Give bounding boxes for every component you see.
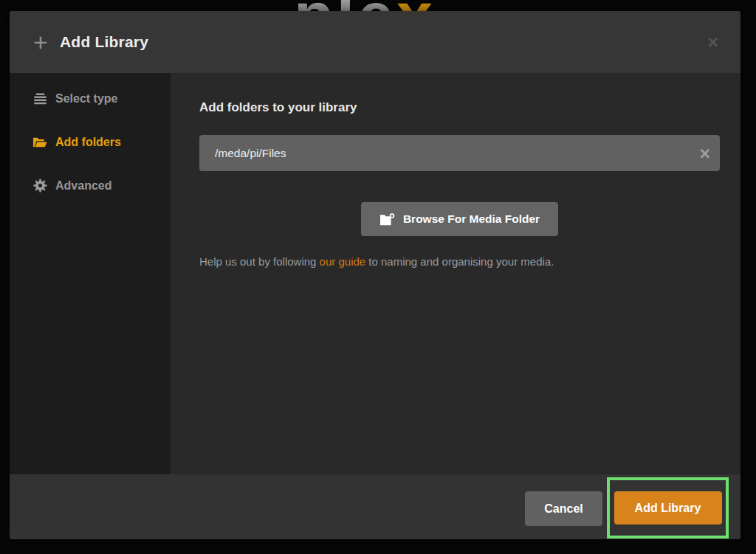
cancel-button[interactable]: Cancel <box>525 491 602 526</box>
close-icon: × <box>707 32 718 52</box>
folder-path-field: × <box>199 135 720 171</box>
main-panel: Add folders to your library × Browse For… <box>171 73 740 474</box>
clear-input-button[interactable]: × <box>699 144 710 162</box>
folder-open-icon <box>32 136 47 148</box>
help-text: Help us out by following our guide to na… <box>199 255 720 268</box>
dialog-title: Add Library <box>60 33 148 51</box>
sidebar-item-add-folders[interactable]: Add folders <box>10 120 171 164</box>
sidebar-item-advanced[interactable]: Advanced <box>10 164 171 207</box>
annotation-highlight-box: Add Library <box>607 477 729 539</box>
browse-row: Browse For Media Folder <box>199 202 720 236</box>
browse-media-folder-button[interactable]: Browse For Media Folder <box>361 202 558 236</box>
folder-path-input[interactable] <box>199 135 720 171</box>
sidebar-item-label: Select type <box>55 92 117 105</box>
wizard-sidebar: Select type Add folders <box>10 73 171 474</box>
sidebar-item-label: Advanced <box>55 179 111 193</box>
sidebar-item-label: Add folders <box>55 136 121 149</box>
panel-heading: Add folders to your library <box>199 100 720 115</box>
list-lines-icon <box>32 92 47 105</box>
our-guide-link[interactable]: our guide <box>320 255 366 268</box>
dialog-body: Select type Add folders <box>10 73 740 474</box>
browse-button-label: Browse For Media Folder <box>403 212 540 226</box>
clear-icon: × <box>699 142 710 163</box>
add-library-button[interactable]: Add Library <box>614 491 722 524</box>
sidebar-item-select-type[interactable]: Select type <box>10 77 171 120</box>
folder-plus-icon <box>379 213 395 226</box>
dialog-header: + Add Library × <box>10 11 740 73</box>
gear-icon <box>32 179 47 193</box>
close-button[interactable]: × <box>704 30 721 55</box>
add-library-dialog: + Add Library × Select type <box>10 11 740 539</box>
plus-icon: + <box>33 30 48 55</box>
dialog-footer: Cancel Add Library <box>10 474 740 539</box>
